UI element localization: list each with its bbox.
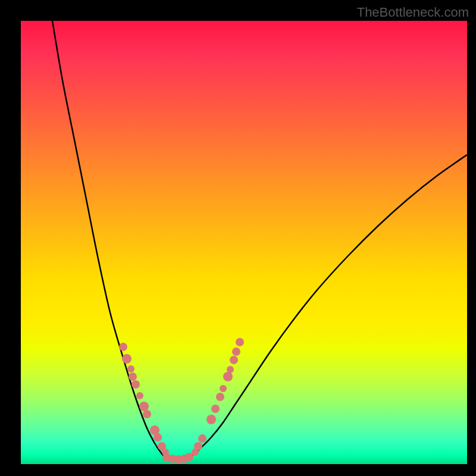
data-dot [227,366,234,373]
data-dot [122,354,131,364]
data-dot [143,410,151,418]
data-dot [139,402,149,411]
data-dot [198,434,206,443]
right-curve-path [187,155,467,459]
data-dots-group [119,338,244,464]
data-dot [211,405,220,413]
chart-svg [21,21,467,464]
data-dot [232,347,240,356]
data-dot [206,415,216,424]
data-dot [230,356,238,364]
data-dot [119,343,127,351]
data-dot [223,372,233,381]
data-dot [236,338,244,346]
data-dot [194,442,202,450]
chart-plot-area [21,21,467,464]
data-dot [136,392,143,399]
data-dot [216,393,224,401]
left-curve-path [52,21,167,459]
data-dot [131,380,140,389]
data-dot [220,385,227,392]
data-dot [154,433,162,441]
watermark-text: TheBottleneck.com [357,5,469,20]
data-dot [129,372,137,381]
data-dot [127,365,134,372]
